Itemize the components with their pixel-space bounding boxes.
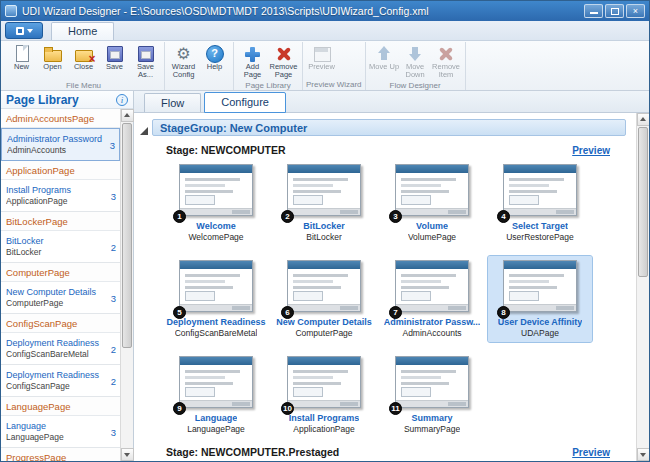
scroll-up-icon[interactable] [637, 113, 649, 126]
thumbnail-buttonbar [180, 304, 252, 311]
wizard-page-cell[interactable]: 3 Volume VolumePage [380, 160, 484, 246]
wizard-page-thumbnail[interactable] [179, 356, 253, 408]
page-cell-title[interactable]: BitLocker [303, 221, 345, 232]
page-cell-title[interactable]: Language [195, 413, 238, 424]
page-cell-title[interactable]: Volume [416, 221, 448, 232]
page-library-item[interactable]: New Computer Details ComputerPage 3 [1, 282, 120, 314]
wizard-page-cell[interactable]: 1 Welcome WelcomePage [164, 160, 268, 246]
ribbon-button[interactable]: Save As... [130, 43, 161, 81]
wizard-page-thumbnail[interactable] [395, 260, 469, 312]
down-icon [404, 44, 426, 63]
page-library-item[interactable]: Install Programs ApplicationPage 3 [1, 180, 120, 212]
page-library-item[interactable]: Language LanguagePage 3 [1, 416, 120, 448]
page-library-scrollbar[interactable] [120, 109, 133, 461]
ribbon-button[interactable]: Close [68, 43, 99, 72]
page-cell-title[interactable]: Welcome [196, 221, 235, 232]
wizard-page-thumbnail[interactable] [179, 260, 253, 312]
scrollbar-thumb[interactable] [122, 123, 132, 348]
page-library-item[interactable]: Administrator Password AdminAccounts 3 [1, 128, 120, 161]
wizard-page-thumbnail[interactable] [179, 164, 253, 216]
stage-preview-link[interactable]: Preview [572, 145, 610, 156]
tab-flow[interactable]: Flow [144, 93, 201, 112]
tab-home[interactable]: Home [51, 22, 114, 40]
ribbon-button[interactable]: Open [37, 43, 68, 72]
page-item-name[interactable]: Deployment Readiness [6, 337, 104, 349]
canvas-scroll-area: StageGroup: New Computer Stage: NEWCOMPU… [134, 113, 636, 461]
ribbon-button[interactable]: Move Down [400, 43, 431, 81]
thumbnail-content-line [185, 190, 233, 193]
wizard-page-cell[interactable]: 6 New Computer Details ComputerPage [272, 256, 376, 342]
wizard-page-thumbnail[interactable] [287, 356, 361, 408]
wizard-page-cell[interactable]: 4 Select Target UserRestorePage [488, 160, 592, 246]
page-library-item[interactable]: Deployment Readiness ConfigScanBareMetal… [1, 333, 120, 365]
page-item-name[interactable]: Administrator Password [7, 133, 103, 145]
wizard-page-cell[interactable]: 9 Language LanguagePage [164, 352, 268, 438]
thumbnail-content-line [185, 376, 225, 379]
page-item-name[interactable]: Install Programs [6, 184, 104, 196]
page-library-group: ApplicationPage Install Programs Applica… [1, 161, 120, 212]
scrollbar-thumb[interactable] [638, 127, 648, 277]
collapse-arrow-icon[interactable] [140, 127, 148, 135]
page-library-group: AdminAccountsPage Administrator Password… [1, 109, 120, 161]
thumbnail-field [185, 387, 215, 397]
stage-group-header[interactable]: StageGroup: New Computer [152, 119, 626, 136]
ribbon-button[interactable]: Save [99, 43, 130, 72]
scroll-down-icon[interactable] [121, 448, 134, 461]
page-cell-title[interactable]: New Computer Details [276, 317, 372, 328]
wizard-page-thumbnail[interactable] [395, 356, 469, 408]
page-item-name[interactable]: Language [6, 420, 104, 432]
wizard-page-cell[interactable]: 11 Summary SummaryPage [380, 352, 484, 438]
thumbnail-field [401, 387, 431, 397]
wizard-page-cell[interactable]: 7 Administrator Passw... AdminAccounts [380, 256, 484, 342]
minimize-button[interactable] [584, 4, 603, 18]
tab-configure[interactable]: Configure [204, 92, 286, 113]
page-library-item[interactable]: BitLocker BitLocker 2 [1, 231, 120, 263]
caption-buttons: × [584, 4, 645, 18]
thumbnail-titlebar [396, 357, 468, 365]
ribbon-button-label: Help [207, 63, 222, 71]
page-cell-title[interactable]: User Device Affinity [498, 317, 583, 328]
page-item-type: ConfigScanBareMetal [6, 349, 104, 360]
page-cell-type: ConfigScanBareMetal [175, 328, 258, 338]
ribbon-button[interactable]: Move Up [369, 43, 400, 72]
ribbon-button[interactable]: Remove Item [431, 43, 462, 81]
thumbnail-buttonbar [288, 400, 360, 407]
ribbon-button[interactable]: Wizard Config [168, 43, 199, 81]
ribbon-group-label: File Menu [6, 81, 161, 90]
wizard-page-thumbnail[interactable] [395, 164, 469, 216]
scroll-down-icon[interactable] [637, 448, 649, 461]
ribbon-group-label: Flow Designer [369, 81, 462, 90]
page-cell-title[interactable]: Select Target [512, 221, 568, 232]
page-cell-title[interactable]: Summary [411, 413, 452, 424]
ribbon-button[interactable]: Preview [306, 43, 337, 72]
ribbon-button-label: Save [106, 63, 123, 71]
wizard-page-cell[interactable]: 8 User Device Affinity UDAPage [488, 256, 592, 342]
ribbon-group-buttons: Wizard Config Help [168, 43, 230, 81]
wizard-page-thumbnail[interactable] [503, 260, 577, 312]
page-item-name[interactable]: BitLocker [6, 235, 104, 247]
thumbnail-content-line [401, 286, 449, 289]
ribbon-button[interactable]: Help [199, 43, 230, 72]
wizard-page-thumbnail[interactable] [503, 164, 577, 216]
scroll-up-icon[interactable] [121, 109, 134, 122]
page-item-name[interactable]: New Computer Details [6, 286, 104, 298]
wizard-page-thumbnail[interactable] [287, 164, 361, 216]
maximize-button[interactable] [605, 4, 624, 18]
application-menu-button[interactable] [5, 22, 43, 39]
page-cell-title[interactable]: Install Programs [289, 413, 360, 424]
wizard-page-cell[interactable]: 5 Deployment Readiness ConfigScanBareMet… [164, 256, 268, 342]
close-button[interactable]: × [626, 4, 645, 18]
ribbon-button[interactable]: Add Page [237, 43, 268, 81]
page-number-badge: 5 [173, 306, 186, 319]
ribbon-button[interactable]: Remove Page [268, 43, 299, 81]
page-library-item[interactable]: Deployment Readiness ConfigScanPage 2 [1, 365, 120, 397]
stage-preview-link[interactable]: Preview [572, 447, 610, 458]
wizard-page-thumbnail[interactable] [287, 260, 361, 312]
info-icon[interactable]: i [116, 94, 128, 106]
canvas-scrollbar[interactable] [636, 113, 649, 461]
wizard-page-cell[interactable]: 10 Install Programs ApplicationPage [272, 352, 376, 438]
page-cell-title[interactable]: Administrator Passw... [384, 317, 481, 328]
ribbon-button[interactable]: New [6, 43, 37, 72]
wizard-page-cell[interactable]: 2 BitLocker BitLocker [272, 160, 376, 246]
page-item-name[interactable]: Deployment Readiness [6, 369, 104, 381]
